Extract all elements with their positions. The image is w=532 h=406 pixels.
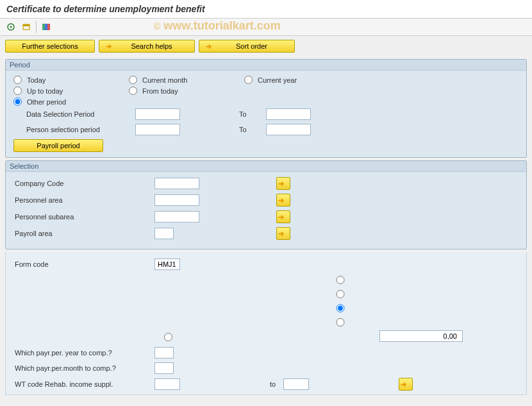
- radio-up-to-today[interactable]: Up to today: [13, 87, 103, 95]
- wt-code-from-input[interactable]: [154, 378, 180, 390]
- form-area: Form code Which payr.per. year to comp.?…: [5, 252, 527, 395]
- toolbar-divider: [36, 21, 37, 33]
- payroll-area-more-button[interactable]: ➔: [276, 227, 290, 240]
- form-radio-3[interactable]: [164, 304, 517, 312]
- payr-year-input[interactable]: [154, 347, 174, 359]
- form-radio-1[interactable]: [164, 276, 517, 284]
- arrow-icon: ➔: [278, 230, 284, 238]
- payroll-area-label: Payroll area: [13, 230, 154, 237]
- sort-order-label: Sort order: [215, 42, 288, 50]
- personnel-subarea-more-button[interactable]: ➔: [276, 210, 290, 223]
- search-helps-label: Search helps: [115, 42, 188, 50]
- arrow-icon: ➔: [278, 196, 284, 205]
- form-code-label: Form code: [13, 260, 154, 268]
- svg-rect-2: [23, 24, 29, 26]
- further-selections-button[interactable]: Further selections: [5, 40, 95, 53]
- arrow-icon: ➔: [206, 42, 212, 51]
- data-selection-from-input[interactable]: [135, 108, 180, 120]
- colors-icon[interactable]: [40, 21, 52, 33]
- wt-to-label: to: [270, 380, 276, 388]
- selection-panel-title: Selection: [6, 161, 526, 172]
- radio-from-today[interactable]: From today: [129, 87, 219, 95]
- form-radio-2[interactable]: [164, 290, 517, 298]
- arrow-icon: ➔: [278, 180, 284, 188]
- payroll-area-input[interactable]: [154, 228, 174, 239]
- period-panel: Period Today Current month Current year …: [5, 59, 527, 158]
- further-selections-label: Further selections: [22, 42, 78, 50]
- personnel-area-input[interactable]: [154, 194, 199, 206]
- search-helps-button[interactable]: ➔ Search helps: [99, 40, 195, 53]
- arrow-icon: ➔: [401, 380, 406, 389]
- wt-code-more-button[interactable]: ➔: [399, 378, 413, 391]
- wt-code-label: WT code Rehab. income suppl.: [13, 380, 154, 388]
- data-selection-label: Data Selection Period: [13, 110, 135, 118]
- app-toolbar: [0, 19, 532, 36]
- data-selection-to-input[interactable]: [266, 108, 311, 120]
- window-title: Certificate to determine unemployment be…: [0, 0, 532, 19]
- person-selection-from-input[interactable]: [135, 124, 180, 135]
- selection-buttons-row: Further selections ➔ Search helps ➔ Sort…: [0, 36, 532, 56]
- execute-icon[interactable]: [5, 21, 17, 33]
- personnel-area-more-button[interactable]: ➔: [276, 194, 290, 207]
- payroll-period-button[interactable]: Payroll period: [13, 139, 103, 152]
- person-selection-label: Person selection period: [13, 126, 135, 133]
- radio-current-month[interactable]: Current month: [129, 76, 219, 84]
- arrow-icon: ➔: [106, 42, 112, 51]
- personnel-subarea-input[interactable]: [154, 211, 199, 223]
- radio-current-year[interactable]: Current year: [244, 76, 334, 84]
- radio-today[interactable]: Today: [13, 76, 103, 84]
- variant-icon[interactable]: [21, 21, 32, 33]
- form-radio-4[interactable]: [164, 318, 517, 326]
- radio-other-period[interactable]: Other period: [13, 97, 103, 106]
- svg-rect-3: [42, 24, 45, 30]
- payr-month-label: Which payr.per.month to comp.?: [13, 364, 154, 372]
- company-code-input[interactable]: [154, 178, 199, 189]
- payroll-period-label: Payroll period: [37, 142, 79, 149]
- svg-rect-5: [47, 24, 50, 30]
- company-code-label: Company Code: [13, 180, 154, 187]
- sort-order-button[interactable]: ➔ Sort order: [199, 40, 295, 53]
- payr-year-label: Which payr.per. year to comp.?: [13, 349, 154, 357]
- company-code-more-button[interactable]: ➔: [276, 177, 290, 190]
- selection-panel: Selection Company Code ➔ Personnel area …: [5, 160, 527, 250]
- form-radio-5[interactable]: [164, 333, 172, 341]
- personnel-subarea-label: Personnel subarea: [13, 213, 154, 221]
- form-radio-group: [161, 274, 519, 342]
- to-label-2: To: [239, 126, 258, 133]
- svg-rect-4: [45, 24, 47, 30]
- period-panel-title: Period: [6, 60, 526, 71]
- form-code-input[interactable]: [154, 258, 180, 270]
- person-selection-to-input[interactable]: [266, 124, 311, 135]
- arrow-icon: ➔: [278, 213, 284, 221]
- wt-code-to-input[interactable]: [283, 378, 309, 390]
- to-label-1: To: [239, 110, 258, 118]
- personnel-area-label: Personnel area: [13, 196, 154, 204]
- numeric-value-input[interactable]: [379, 330, 463, 342]
- payr-month-input[interactable]: [154, 362, 174, 374]
